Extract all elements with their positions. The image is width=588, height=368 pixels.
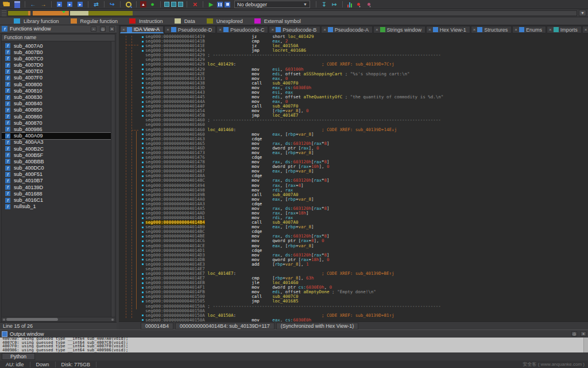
close-icon[interactable]: × <box>109 26 115 32</box>
navband-dropdown[interactable]: ▼ <box>579 10 586 16</box>
functions-window-titlebar[interactable]: f Functions window ▫ ◎ × <box>0 25 117 33</box>
function-list-item[interactable]: fsub_400850 <box>2 107 115 113</box>
tab-python[interactable]: Python <box>2 353 35 360</box>
function-name-column-header[interactable]: Function name <box>1 34 115 41</box>
tab-hex-view-1[interactable]: ×Hex View-1 <box>426 26 470 33</box>
stop-icon[interactable] <box>225 2 230 7</box>
function-list-item[interactable]: fsub_400800 <box>2 81 115 87</box>
tab-strings-window[interactable]: ×Strings window <box>373 26 425 33</box>
function-list-item[interactable]: fsub_4007E0 <box>2 68 115 75</box>
tab-ida-view-a[interactable]: ×IDA View-A <box>120 26 164 33</box>
scroll-thumb[interactable] <box>6 318 58 321</box>
disasm-line[interactable]: seg000:0000000000401460 ; --------------… <box>140 118 588 122</box>
function-list-item[interactable]: fsub_400840 <box>2 101 115 107</box>
function-list-item[interactable]: fsub_4007F0 <box>2 75 115 81</box>
close-icon[interactable]: × <box>271 27 274 32</box>
function-list-item[interactable]: fsub_4016C1 <box>2 197 115 203</box>
pin2-icon[interactable] <box>365 1 373 8</box>
close-icon[interactable]: × <box>549 27 552 32</box>
output-vscrollbar[interactable] <box>583 338 588 352</box>
function-list-item[interactable]: fsub_4007C0 <box>2 55 115 62</box>
close-icon[interactable]: × <box>428 27 431 32</box>
tab-enums[interactable]: ×Enums <box>512 26 546 33</box>
close-icon[interactable]: × <box>581 331 586 336</box>
float-icon[interactable]: ◎ <box>571 331 577 336</box>
tab-structures[interactable]: ×Structures <box>471 26 512 33</box>
close-icon[interactable]: × <box>473 27 476 32</box>
scroll-right-cap[interactable] <box>111 319 114 321</box>
function-list-item[interactable]: fsub_4007B0 <box>2 49 115 55</box>
function-list-item[interactable]: fsub_400AA3 <box>2 139 115 145</box>
output-log[interactable]: 4007A0: using guessed type __int64 sub_4… <box>0 338 588 352</box>
debugger-select[interactable]: No debugger ▼ <box>234 1 310 8</box>
hook-icon[interactable]: ↪ <box>108 1 117 8</box>
pin1-icon[interactable] <box>354 1 363 8</box>
function-list-item[interactable]: fsub_4010B7 <box>2 178 115 184</box>
function-list-item[interactable]: fsub_400986 <box>2 126 115 132</box>
search-icon[interactable] <box>124 1 133 8</box>
stepin-icon[interactable]: ↧ <box>320 1 328 8</box>
close-icon[interactable]: × <box>167 27 169 32</box>
tab-pseudocode-d[interactable]: ×Pseudocode-D <box>164 26 216 33</box>
close-icon[interactable]: × <box>219 27 222 32</box>
dbg3-icon[interactable] <box>178 2 183 7</box>
disasm-line[interactable]: seg000:000000000040150A ; --------------… <box>140 304 588 309</box>
disasm-line[interactable]: seg000:00000000004014E3 add [rbp+var_8],… <box>140 262 588 267</box>
toolbar-separator <box>51 1 52 7</box>
dock-icon[interactable]: ▫ <box>91 26 96 32</box>
function-list-item[interactable]: fsub_400810 <box>2 87 115 94</box>
close-icon[interactable]: × <box>323 27 326 32</box>
function-list-item[interactable]: fsub_400F51 <box>2 171 115 178</box>
jump3-icon[interactable] <box>76 1 84 8</box>
float-icon[interactable]: ◎ <box>100 26 106 32</box>
navigation-band[interactable]: ▼ <box>0 9 588 17</box>
function-list-item[interactable]: fsub_400DC0 <box>2 165 115 171</box>
disasm-line[interactable]: seg000:0000000000401429 ; --------------… <box>140 53 588 57</box>
tab-imports[interactable]: ×Imports <box>547 26 582 33</box>
call-icon[interactable]: ⇄ <box>92 1 100 8</box>
close-icon[interactable]: × <box>585 27 587 32</box>
dbg2-icon[interactable] <box>171 2 176 7</box>
pause-icon[interactable] <box>217 2 223 7</box>
function-list-item[interactable]: fsub_400830 <box>2 94 115 100</box>
open-icon[interactable] <box>2 1 11 8</box>
function-list-item[interactable]: fsub_400A09 <box>2 133 115 139</box>
tab-pseudocode-b[interactable]: ×Pseudocode-B <box>269 26 320 33</box>
marka-icon[interactable]: ▲ <box>140 1 146 7</box>
scroll-left-cap[interactable] <box>3 319 5 321</box>
record-icon[interactable]: ● <box>148 1 157 8</box>
chart-icon[interactable] <box>346 1 353 7</box>
function-list-item[interactable]: fsub_4007A0 <box>2 43 115 49</box>
disasm-line[interactable]: seg000:000000000040150A mov eax, cs:6030… <box>140 318 588 321</box>
line-marker <box>140 278 145 279</box>
function-list-item[interactable]: fsub_400B2C <box>2 145 115 152</box>
ida-view-a-code[interactable]: seg000:0000000000401419 jz short loc_401… <box>119 33 588 321</box>
navband-strip[interactable] <box>7 10 577 16</box>
jump1-icon[interactable] <box>55 1 64 8</box>
stepover-icon[interactable]: ↦ <box>330 1 339 8</box>
jump2-icon[interactable] <box>65 1 74 8</box>
function-list-item[interactable]: fsub_40139D <box>2 184 115 190</box>
function-list-item[interactable]: fnullsub_1 <box>2 204 115 210</box>
tab-pseudocode-a[interactable]: ×Pseudocode-A <box>321 26 373 33</box>
save-icon[interactable] <box>13 1 21 8</box>
tab-pseudocode-c[interactable]: ×Pseudocode-C <box>216 26 268 33</box>
function-list-vscrollbar[interactable] <box>111 41 115 317</box>
close-icon[interactable]: × <box>514 27 517 32</box>
function-list-item[interactable]: fsub_400870 <box>2 120 115 126</box>
function-list-item[interactable]: fsub_400860 <box>2 113 115 120</box>
close-icon[interactable]: × <box>122 27 125 32</box>
function-list-hscrollbar[interactable] <box>1 317 115 322</box>
xclose-icon[interactable]: × <box>191 1 199 8</box>
function-list-item[interactable]: fsub_400B5F <box>2 152 115 158</box>
function-list-item[interactable]: fsub_401688 <box>2 190 115 197</box>
dbg1-icon[interactable] <box>164 2 169 7</box>
fwd-icon[interactable]: → <box>39 1 48 8</box>
play-icon[interactable]: ▶ <box>207 1 215 8</box>
back-icon[interactable]: ← <box>29 1 37 8</box>
close-icon[interactable]: × <box>376 27 378 32</box>
function-list-item[interactable]: fsub_4007D0 <box>2 62 115 68</box>
tab-exports[interactable]: ×Exports <box>582 26 588 33</box>
function-list-item[interactable]: fsub_400BBB <box>2 158 115 164</box>
output-window-titlebar[interactable]: Output window ◎ × <box>0 329 588 338</box>
